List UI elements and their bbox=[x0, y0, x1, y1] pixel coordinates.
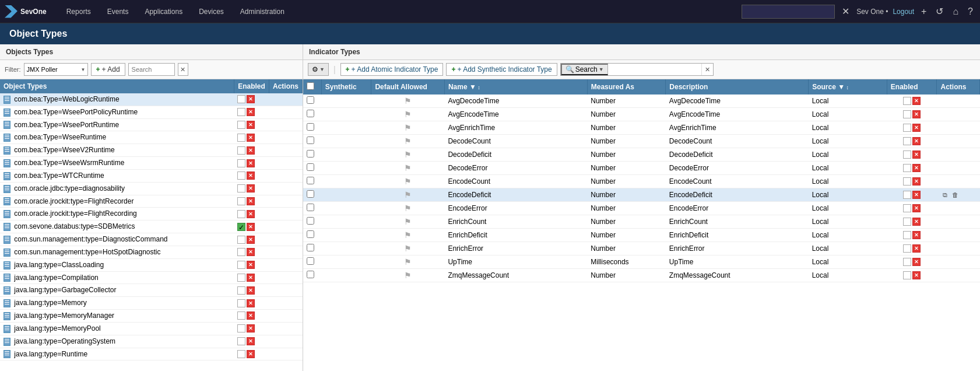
delete-action-icon[interactable]: 🗑 bbox=[951, 190, 960, 200]
enabled-checkbox[interactable] bbox=[237, 350, 245, 358]
indicator-enabled-checkbox[interactable] bbox=[903, 271, 911, 279]
enabled-checkbox[interactable] bbox=[237, 172, 245, 180]
enabled-checkbox[interactable] bbox=[237, 312, 245, 320]
indicator-disable-btn[interactable]: ✕ bbox=[912, 231, 921, 239]
row-checkbox[interactable] bbox=[307, 244, 314, 251]
disable-button[interactable]: ✕ bbox=[247, 184, 255, 192]
indicator-enabled-checkbox[interactable] bbox=[903, 124, 911, 132]
row-checkbox[interactable] bbox=[307, 163, 314, 171]
nav-logout-link[interactable]: Logout bbox=[893, 8, 914, 16]
row-checkbox[interactable] bbox=[307, 230, 314, 238]
indicator-disable-btn[interactable]: ✕ bbox=[912, 258, 921, 266]
enabled-checkbox[interactable] bbox=[237, 286, 245, 295]
disable-button[interactable]: ✕ bbox=[247, 312, 255, 320]
enabled-checkbox[interactable] bbox=[237, 134, 245, 142]
nav-refresh-icon[interactable]: ↺ bbox=[933, 6, 946, 17]
disable-button[interactable]: ✕ bbox=[247, 350, 255, 358]
disable-button[interactable]: ✕ bbox=[247, 286, 255, 295]
indicator-disable-btn[interactable]: ✕ bbox=[912, 164, 921, 172]
indicator-enabled-checkbox[interactable] bbox=[903, 150, 911, 159]
row-checkbox[interactable] bbox=[307, 257, 314, 265]
row-checkbox[interactable] bbox=[307, 271, 314, 278]
disable-button[interactable]: ✕ bbox=[247, 172, 255, 180]
nav-events[interactable]: Events bbox=[99, 0, 137, 23]
row-checkbox[interactable] bbox=[307, 110, 314, 117]
indicator-disable-btn[interactable]: ✕ bbox=[912, 110, 921, 118]
object-types-table-scroll[interactable]: Object Types Enabled Actions com.bea:Typ… bbox=[0, 79, 303, 371]
enabled-checkbox[interactable] bbox=[237, 248, 245, 256]
disable-button[interactable]: ✕ bbox=[247, 299, 255, 307]
enabled-checkbox[interactable] bbox=[237, 146, 245, 155]
indicator-enabled-checkbox[interactable] bbox=[903, 164, 911, 172]
row-checkbox[interactable] bbox=[307, 217, 314, 225]
row-checkbox[interactable] bbox=[307, 150, 314, 158]
enabled-checkbox[interactable] bbox=[237, 121, 245, 129]
indicator-enabled-checkbox[interactable] bbox=[903, 231, 911, 239]
enabled-checkbox[interactable] bbox=[237, 197, 245, 205]
row-checkbox[interactable] bbox=[307, 123, 314, 131]
enabled-checkbox[interactable] bbox=[237, 108, 245, 116]
nav-search-clear-icon[interactable]: ✕ bbox=[840, 6, 852, 17]
nav-help-icon[interactable]: ? bbox=[965, 6, 975, 17]
indicator-disable-btn[interactable]: ✕ bbox=[912, 191, 921, 199]
enabled-checkbox[interactable] bbox=[237, 274, 245, 282]
enabled-checkbox[interactable] bbox=[237, 184, 245, 192]
indicator-disable-btn[interactable]: ✕ bbox=[912, 244, 921, 253]
enabled-checkbox[interactable] bbox=[237, 324, 245, 332]
disable-button[interactable]: ✕ bbox=[247, 121, 255, 129]
col-name[interactable]: Name ▼ bbox=[444, 79, 587, 94]
nav-devices[interactable]: Devices bbox=[191, 0, 232, 23]
gear-settings-button[interactable]: ⚙ ▼ bbox=[308, 63, 329, 76]
indicator-enabled-checkbox[interactable] bbox=[903, 218, 911, 226]
row-checkbox[interactable] bbox=[307, 96, 314, 104]
col-source[interactable]: Source ▼ bbox=[809, 79, 887, 94]
enabled-checkbox[interactable] bbox=[237, 261, 245, 269]
indicator-types-table-scroll[interactable]: Synthetic Default Allowed Name ▼ Measure… bbox=[303, 79, 980, 371]
nav-applications[interactable]: Applications bbox=[136, 0, 191, 23]
disable-button[interactable]: ✕ bbox=[247, 261, 255, 269]
nav-add-icon[interactable]: + bbox=[919, 6, 929, 17]
disable-button[interactable]: ✕ bbox=[247, 236, 255, 244]
nav-reports[interactable]: Reports bbox=[58, 0, 99, 23]
nav-administration[interactable]: Administration bbox=[232, 0, 293, 23]
disable-button[interactable]: ✕ bbox=[247, 210, 255, 218]
enabled-checkbox[interactable] bbox=[237, 236, 245, 244]
object-type-search-input[interactable] bbox=[128, 63, 175, 76]
copy-action-icon[interactable]: ⧉ bbox=[940, 190, 950, 200]
indicator-enabled-checkbox[interactable] bbox=[903, 244, 911, 253]
disable-button[interactable]: ✕ bbox=[247, 337, 255, 345]
indicator-disable-btn[interactable]: ✕ bbox=[912, 124, 921, 132]
enabled-checkbox[interactable] bbox=[237, 210, 245, 218]
enabled-checkbox[interactable] bbox=[237, 337, 245, 345]
indicator-disable-btn[interactable]: ✕ bbox=[912, 150, 921, 159]
indicator-disable-btn[interactable]: ✕ bbox=[912, 177, 921, 186]
enabled-checkbox[interactable] bbox=[237, 299, 245, 307]
disable-button[interactable]: ✕ bbox=[247, 146, 255, 155]
disable-button[interactable]: ✕ bbox=[247, 95, 255, 103]
indicator-search-input[interactable] bbox=[608, 64, 701, 75]
filter-select[interactable]: JMX Poller SNMP WMI NetFlow bbox=[24, 63, 88, 76]
add-synthetic-button[interactable]: + + Add Synthetic Indicator Type bbox=[446, 63, 557, 76]
indicator-enabled-checkbox[interactable] bbox=[903, 110, 911, 118]
indicator-enabled-checkbox[interactable] bbox=[903, 97, 911, 105]
indicator-disable-btn[interactable]: ✕ bbox=[912, 204, 921, 212]
indicator-disable-btn[interactable]: ✕ bbox=[912, 97, 921, 105]
indicator-enabled-checkbox[interactable] bbox=[903, 204, 911, 212]
disable-button[interactable]: ✕ bbox=[247, 274, 255, 282]
indicator-enabled-checkbox[interactable] bbox=[903, 137, 911, 145]
add-atomic-button[interactable]: + + Add Atomic Indicator Type bbox=[340, 63, 444, 76]
indicator-search-label-button[interactable]: 🔍 Search ▼ bbox=[561, 64, 608, 75]
row-checkbox[interactable] bbox=[307, 136, 314, 144]
disable-button[interactable]: ✕ bbox=[247, 324, 255, 332]
row-checkbox[interactable] bbox=[307, 177, 314, 184]
disable-button[interactable]: ✕ bbox=[247, 223, 255, 231]
disable-button[interactable]: ✕ bbox=[247, 248, 255, 256]
indicator-enabled-checkbox[interactable] bbox=[903, 177, 911, 186]
disable-button[interactable]: ✕ bbox=[247, 108, 255, 116]
indicator-disable-btn[interactable]: ✕ bbox=[912, 218, 921, 226]
add-object-type-button[interactable]: + + Add bbox=[91, 63, 125, 76]
enabled-checkbox[interactable] bbox=[237, 159, 245, 167]
enabled-checkbox[interactable] bbox=[237, 95, 245, 103]
indicator-enabled-checkbox[interactable] bbox=[903, 258, 911, 266]
object-type-search-clear[interactable]: ✕ bbox=[178, 63, 188, 76]
